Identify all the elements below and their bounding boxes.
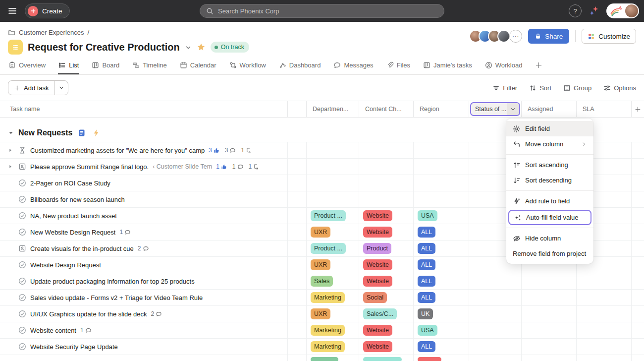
department-cell[interactable]: UXR bbox=[307, 306, 359, 322]
task-name-cell[interactable]: Website Design Request bbox=[0, 257, 288, 273]
check-circle-icon[interactable] bbox=[18, 310, 26, 318]
task-name-cell[interactable]: Please approve Summit Range final logo.‹… bbox=[0, 159, 288, 175]
filter-button[interactable]: Filter bbox=[492, 84, 517, 92]
task-name[interactable]: Sales video update - Forms v2 + Triage f… bbox=[30, 294, 203, 301]
department-tag[interactable]: Product ... bbox=[311, 210, 346, 222]
content-channel-tag[interactable]: Website bbox=[363, 276, 392, 287]
column-header-status-of[interactable]: Status of ... bbox=[469, 101, 522, 117]
ai-sparkles-icon[interactable] bbox=[589, 5, 599, 16]
task-name[interactable]: Update product packaging information for… bbox=[30, 278, 195, 285]
assigned-cell[interactable] bbox=[522, 355, 577, 361]
sla-cell[interactable] bbox=[577, 306, 632, 322]
tab-files[interactable]: Files bbox=[386, 60, 411, 74]
column-header-sla[interactable]: SLA bbox=[577, 101, 632, 117]
approval-icon[interactable] bbox=[18, 163, 26, 171]
region-cell[interactable]: UK bbox=[414, 306, 469, 322]
task-name-cell[interactable] bbox=[0, 355, 288, 361]
tab-messages[interactable]: Messages bbox=[333, 60, 374, 74]
check-circle-icon[interactable] bbox=[18, 228, 26, 236]
status-badge[interactable]: On track bbox=[211, 42, 249, 53]
content-channel-cell[interactable] bbox=[359, 159, 414, 175]
comment-count[interactable]: 1 bbox=[232, 163, 244, 170]
menu-item-sort-descending[interactable]: Sort descending bbox=[506, 173, 593, 188]
section-doc-icon[interactable] bbox=[78, 128, 86, 137]
comment-count[interactable]: 2 bbox=[151, 310, 162, 317]
title-chevron-down-icon[interactable] bbox=[185, 43, 192, 52]
department-cell[interactable] bbox=[307, 355, 359, 361]
department-tag[interactable]: Sales bbox=[311, 276, 333, 287]
region-tag[interactable]: UK bbox=[418, 308, 433, 320]
status-cell[interactable] bbox=[469, 355, 522, 361]
sla-cell[interactable] bbox=[577, 322, 632, 339]
task-name[interactable]: Create visuals for the in-product cue bbox=[30, 245, 134, 252]
region-tag[interactable]: ALL bbox=[418, 243, 435, 254]
assigned-cell[interactable] bbox=[522, 322, 577, 339]
task-name[interactable]: UI/UX Graphics update for the slide deck bbox=[30, 310, 147, 318]
task-name[interactable]: Customized marketing assets for "We are … bbox=[30, 147, 205, 154]
content-channel-cell[interactable]: Website bbox=[359, 322, 414, 339]
department-tag[interactable] bbox=[311, 357, 338, 361]
task-name[interactable]: New Website Design Request bbox=[30, 229, 115, 236]
content-channel-cell[interactable] bbox=[359, 175, 414, 191]
task-name-cell[interactable]: UI/UX Graphics update for the slide deck… bbox=[0, 306, 288, 322]
tab-overview[interactable]: Overview bbox=[8, 60, 46, 74]
section-rule-bolt-icon[interactable] bbox=[92, 128, 100, 137]
column-header-content-ch[interactable]: Content Ch... bbox=[359, 101, 414, 117]
tab-dashboard[interactable]: Dashboard bbox=[278, 60, 322, 74]
task-name-cell[interactable]: Website content1 bbox=[0, 322, 288, 339]
region-tag[interactable]: ALL bbox=[418, 276, 435, 287]
department-tag[interactable]: UXR bbox=[311, 227, 330, 238]
breadcrumb-link[interactable]: Customer Experiences bbox=[19, 29, 84, 36]
task-name-cell[interactable]: Billboards for new season launch bbox=[0, 191, 288, 208]
column-header-assigned[interactable]: Assigned bbox=[522, 101, 577, 117]
tab-add-view[interactable] bbox=[535, 60, 543, 74]
content-channel-tag[interactable]: Website bbox=[363, 227, 392, 238]
approval-icon[interactable] bbox=[18, 244, 26, 252]
options-button[interactable]: Options bbox=[603, 84, 636, 92]
task-name[interactable]: Website Design Request bbox=[30, 261, 101, 269]
content-channel-tag[interactable]: Social bbox=[363, 292, 387, 303]
sla-cell[interactable] bbox=[577, 355, 632, 361]
region-cell[interactable]: ALL bbox=[414, 339, 469, 355]
task-name[interactable]: 2-Pager on ROI Case Study bbox=[30, 180, 110, 187]
task-name-cell[interactable]: Website Security Page Update bbox=[0, 339, 288, 355]
sla-cell[interactable] bbox=[577, 339, 632, 355]
menu-item-sort-ascending[interactable]: Sort ascending bbox=[506, 157, 593, 173]
add-task-dropdown-button[interactable] bbox=[54, 81, 68, 95]
region-cell[interactable]: USA bbox=[414, 322, 469, 339]
task-dependency-label[interactable]: ‹ Customer Slide Tem bbox=[153, 163, 212, 170]
check-circle-icon[interactable] bbox=[18, 277, 26, 285]
content-channel-cell[interactable]: Website bbox=[359, 339, 414, 355]
task-name[interactable]: NA, New product launch asset bbox=[30, 212, 117, 220]
column-header-task-name[interactable]: Task name bbox=[0, 101, 288, 117]
department-cell[interactable]: Marketing bbox=[307, 339, 359, 355]
account-avatar-button[interactable] bbox=[606, 3, 639, 18]
subtask-count[interactable]: 1 bbox=[249, 163, 260, 170]
tab-jamie-s-tasks[interactable]: Jamie's tasks bbox=[423, 60, 473, 74]
region-cell[interactable]: ALL bbox=[414, 224, 469, 241]
menu-item-auto-fill-field-value[interactable]: Auto-fill field value bbox=[508, 210, 591, 225]
task-name[interactable]: Website Security Page Update bbox=[30, 343, 118, 351]
search-input[interactable]: Search Phoenix Corp bbox=[200, 4, 444, 18]
department-cell[interactable]: Marketing bbox=[307, 322, 359, 339]
department-tag[interactable]: Product ... bbox=[311, 243, 346, 254]
status-cell[interactable] bbox=[469, 322, 522, 339]
region-cell[interactable] bbox=[414, 355, 469, 361]
department-tag[interactable]: Marketing bbox=[311, 292, 345, 303]
menu-item-move-column[interactable]: Move column bbox=[506, 136, 593, 152]
like-count[interactable]: 1 bbox=[216, 163, 227, 170]
sla-cell[interactable] bbox=[577, 273, 632, 290]
content-channel-cell[interactable]: Social bbox=[359, 290, 414, 306]
content-channel-cell[interactable]: Product bbox=[359, 241, 414, 257]
comment-count[interactable]: 2 bbox=[138, 245, 149, 252]
department-cell[interactable] bbox=[307, 142, 359, 159]
menu-item-hide-column[interactable]: Hide column bbox=[506, 231, 593, 246]
status-cell[interactable] bbox=[469, 339, 522, 355]
department-tag[interactable]: Marketing bbox=[311, 325, 345, 336]
avatar-overflow-button[interactable]: ··· bbox=[509, 30, 522, 43]
region-cell[interactable] bbox=[414, 191, 469, 208]
expand-caret-icon[interactable] bbox=[8, 148, 14, 153]
task-name-cell[interactable]: New Website Design Request1 bbox=[0, 224, 288, 241]
check-circle-icon[interactable] bbox=[18, 326, 26, 334]
add-column-button[interactable] bbox=[632, 101, 644, 117]
